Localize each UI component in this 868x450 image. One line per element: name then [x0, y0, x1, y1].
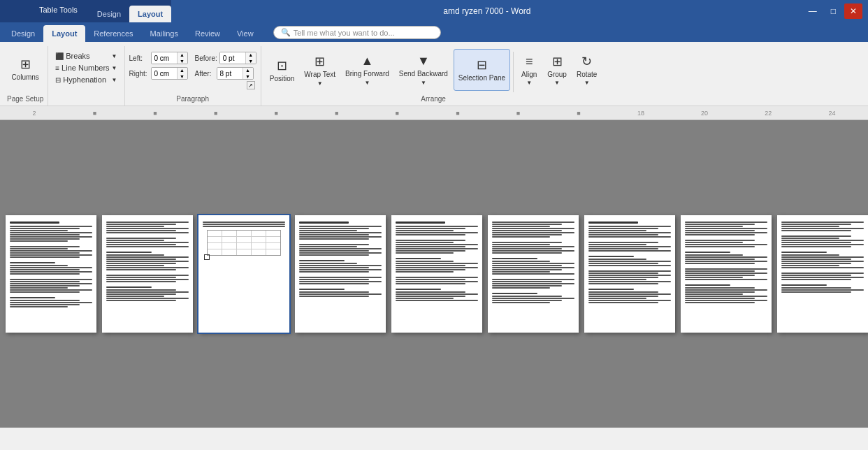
paragraph-dialog-launcher[interactable]: ↗	[247, 81, 255, 89]
selection-pane-button[interactable]: ⊟ Selection Pane	[454, 49, 510, 91]
table-tools-label: Table Tools	[28, 0, 89, 22]
tab-view[interactable]: View	[229, 25, 262, 42]
spacing-before-input[interactable]: ▲ ▼	[219, 52, 256, 64]
search-icon: 🔍	[281, 28, 291, 37]
page-thumb-4[interactable]	[295, 215, 386, 333]
section-arrange: ⊡ Position ⊞ Wrap Text ▼ ▲ Bring Forward…	[261, 46, 606, 106]
indent-right-up[interactable]: ▲	[178, 67, 187, 73]
indent-right-down[interactable]: ▼	[178, 73, 187, 80]
send-backward-button[interactable]: ▼ Send Backward ▼	[395, 49, 452, 91]
tab-design[interactable]: Design	[3, 25, 43, 42]
page-thumb-5[interactable]	[391, 215, 482, 333]
rotate-button[interactable]: ↻ Rotate ▼	[572, 49, 601, 91]
indent-left-input[interactable]: ▲ ▼	[151, 52, 188, 64]
section-paragraph: Left: ▲ ▼ Right: ▲	[125, 46, 261, 106]
indent-group: Left: ▲ ▼ Right: ▲	[129, 52, 188, 80]
hyphenation-button[interactable]: ⊟ Hyphenation ▼	[52, 74, 120, 85]
spacing-after-down[interactable]: ▼	[243, 73, 253, 80]
line-numbers-icon: ≡	[55, 64, 59, 72]
tab-layout[interactable]: Layout	[43, 25, 85, 42]
spacing-group: Before: ▲ ▼ After: ▲	[195, 52, 256, 80]
document-area	[0, 120, 868, 428]
position-button[interactable]: ⊡ Position	[266, 49, 299, 91]
send-backward-icon: ▼	[417, 54, 430, 68]
group-icon: ⊞	[552, 54, 563, 69]
page-thumb-6[interactable]	[488, 215, 579, 333]
tell-me-bar[interactable]: 🔍 Tell me what you want to do...	[273, 26, 441, 39]
minimize-button[interactable]: —	[803, 3, 823, 19]
spacing-after-input[interactable]: ▲ ▼	[217, 67, 254, 80]
wrap-text-button[interactable]: ⊞ Wrap Text ▼	[300, 49, 340, 91]
main-tabs: Design Layout References Mailings Review…	[0, 22, 868, 42]
spacing-before-field[interactable]	[220, 52, 245, 64]
indent-left-down[interactable]: ▼	[178, 58, 187, 64]
selection-pane-icon: ⊟	[477, 57, 487, 73]
page-thumb-7[interactable]	[584, 215, 675, 333]
tab-references[interactable]: References	[85, 25, 141, 42]
spacing-after-field[interactable]	[217, 68, 243, 79]
page-thumb-2[interactable]	[102, 215, 193, 333]
app-header: Table Tools Design Layout amd ryzen 7000…	[0, 0, 868, 45]
group-button[interactable]: ⊞ Group ▼	[543, 49, 571, 91]
indent-right-field[interactable]	[152, 68, 177, 79]
indent-left-up[interactable]: ▲	[178, 52, 187, 58]
position-icon: ⊡	[277, 58, 287, 73]
columns-icon: ⊞	[20, 57, 31, 72]
maximize-button[interactable]: □	[825, 3, 841, 19]
spacing-before-down[interactable]: ▼	[246, 58, 256, 64]
rotate-icon: ↻	[581, 54, 592, 69]
ribbon-toolbar: ⊞ Columns Page Setup ⬛ Breaks ▼ ≡ Line N…	[0, 45, 868, 106]
indent-right-input[interactable]: ▲ ▼	[151, 67, 188, 80]
window-title: amd ryzen 7000 - Word	[171, 6, 803, 16]
align-button[interactable]: ≡ Align ▼	[516, 49, 542, 91]
line-numbers-button[interactable]: ≡ Line Numbers ▼	[52, 62, 120, 73]
page-thumb-9[interactable]	[777, 215, 868, 333]
align-icon: ≡	[526, 55, 533, 69]
wrap-text-icon: ⊞	[314, 54, 325, 69]
page-thumb-1[interactable]	[6, 215, 96, 333]
tab-design-context[interactable]: Design	[89, 6, 129, 22]
breaks-button[interactable]: ⬛ Breaks ▼	[52, 50, 120, 61]
spacing-after-up[interactable]: ▲	[243, 67, 253, 73]
title-bar: Table Tools Design Layout amd ryzen 7000…	[0, 0, 868, 22]
columns-button[interactable]: ⊞ Columns	[7, 49, 43, 88]
tab-mailings[interactable]: Mailings	[142, 25, 187, 42]
page-thumb-8[interactable]	[681, 215, 772, 333]
close-button[interactable]: ✕	[844, 3, 862, 19]
indent-left-field[interactable]	[152, 52, 177, 64]
bring-forward-icon: ▲	[361, 54, 373, 68]
bring-forward-button[interactable]: ▲ Bring Forward ▼	[341, 49, 393, 91]
page-thumb-3[interactable]	[198, 215, 289, 333]
section-columns: ⊞ Columns Page Setup	[3, 46, 48, 106]
hyphenation-icon: ⊟	[55, 76, 61, 84]
tab-review[interactable]: Review	[187, 25, 229, 42]
breaks-icon: ⬛	[55, 52, 64, 60]
ruler: 2 ■■■■■■■■■ 18202224	[0, 106, 868, 120]
tab-layout-context[interactable]: Layout	[129, 6, 171, 22]
section-page-setup: ⬛ Breaks ▼ ≡ Line Numbers ▼ ⊟ Hyphenatio…	[48, 46, 124, 106]
spacing-before-up[interactable]: ▲	[246, 52, 256, 58]
